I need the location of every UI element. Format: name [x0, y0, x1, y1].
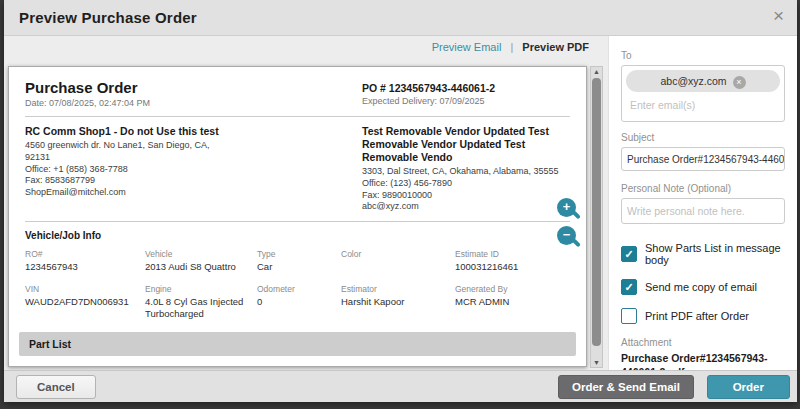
tab-preview-pdf[interactable]: Preview PDF: [522, 41, 589, 53]
checkbox-print-pdf[interactable]: Print PDF after Order: [621, 308, 785, 324]
vehicle-field: VINWAUD2AFD7DN006931: [25, 284, 145, 320]
vendor-name: Test Removable Vendor Updated Test Remov…: [362, 125, 570, 164]
tab-preview-email[interactable]: Preview Email: [432, 41, 502, 53]
col-part-type: Part Type: [145, 360, 255, 367]
personal-note-placeholder: Write personal note here.: [627, 205, 745, 217]
col-qty: Qty: [365, 360, 465, 367]
recipient-chip: abc@xyz.com ×: [626, 70, 780, 92]
vehicle-field: Generated ByMCR ADMIN: [455, 284, 570, 320]
vehicle-field: Estimate ID100031216461: [455, 249, 570, 273]
recipients-input[interactable]: abc@xyz.com × Enter email(s): [621, 65, 785, 122]
chip-remove-icon[interactable]: ×: [733, 76, 746, 89]
preview-scrollbar[interactable]: ▲ ▼: [590, 66, 603, 368]
shop-name: RC Comm Shop1 - Do not Use this test: [25, 125, 350, 138]
checkbox-label: Send me copy of email: [645, 281, 757, 293]
purchase-order-preview: Purchase Order Date: 07/08/2025, 02:47:0…: [8, 66, 587, 367]
attachment-label: Attachment: [621, 337, 785, 348]
checkbox-label: Show Parts List in message body: [645, 242, 785, 266]
vehicle-field: RO#1234567943: [25, 249, 145, 273]
vendor-address-line: 3303, Dal Street, CA, Okahama, Alabama, …: [362, 166, 570, 178]
part-list-header-row: Part Description Part Type Part # Qty Es…: [25, 360, 570, 367]
vendor-email: abc@xyz.com: [362, 201, 570, 213]
checkbox-label: Print PDF after Order: [645, 310, 749, 322]
dialog-footer: Cancel Order & Send Email Order: [4, 370, 797, 402]
shop-address-line: 92131: [25, 152, 350, 164]
col-part-description: Part Description: [25, 360, 145, 367]
subject-label: Subject: [621, 132, 785, 143]
divider: [25, 116, 570, 117]
shop-address-line: 4560 greenwich dr. No Lane1, San Diego, …: [25, 140, 350, 152]
po-date: Date: 07/08/2025, 02:47:04 PM: [25, 98, 362, 108]
recipient-email: abc@xyz.com: [660, 75, 726, 87]
shop-phone: Office: +1 (858) 368-7788: [25, 164, 350, 176]
zoom-in-icon[interactable]: +: [557, 198, 576, 217]
subject-input[interactable]: Purchase Order#1234567943-446061-2: [621, 147, 785, 171]
preview-purchase-order-dialog: Preview Purchase Order × Preview Email |…: [4, 0, 797, 402]
zoom-out-icon[interactable]: −: [557, 226, 576, 245]
po-title: Purchase Order: [25, 79, 362, 96]
order-button[interactable]: Order: [707, 375, 790, 399]
vendor-phone: Office: (123) 456-7890: [362, 178, 570, 190]
scroll-up-icon[interactable]: ▲: [591, 68, 602, 75]
subject-value: Purchase Order#1234567943-446061-2: [627, 154, 785, 165]
tab-separator: |: [510, 41, 513, 53]
vehicle-field: Odometer0: [257, 284, 341, 320]
col-estimate-price: Estimate Price: [465, 360, 570, 367]
vendor-address-block: Test Removable Vendor Updated Test Remov…: [362, 125, 570, 213]
vehicle-field: TypeCar: [257, 249, 341, 273]
order-and-send-email-button[interactable]: Order & Send Email: [558, 375, 694, 399]
personal-note-label: Personal Note (Optional): [621, 183, 785, 194]
preview-tabs: Preview Email | Preview PDF: [432, 41, 589, 53]
checkbox-icon[interactable]: [621, 308, 637, 324]
expected-delivery: Expected Delivery: 07/09/2025: [362, 96, 570, 106]
shop-address-block: RC Comm Shop1 - Do not Use this test 456…: [25, 125, 362, 213]
divider: [25, 221, 570, 222]
po-number: PO # 1234567943-446061-2: [362, 82, 570, 94]
shop-email: ShopEmail@mitchel.com: [25, 187, 350, 199]
dialog-content: Preview Email | Preview PDF Purchase Ord…: [4, 36, 797, 370]
scrollbar-thumb[interactable]: [592, 78, 601, 346]
vehicle-field: Vehicle2013 Audi S8 Quattro: [145, 249, 257, 273]
scroll-down-icon[interactable]: ▼: [591, 359, 602, 366]
preview-zoom-controls: + −: [557, 198, 583, 254]
page-backdrop: Preview Purchase Order × Preview Email |…: [0, 0, 800, 409]
col-part-number: Part #: [255, 360, 365, 367]
to-label: To: [621, 50, 785, 61]
vehicle-field: Color: [341, 249, 455, 273]
vehicle-field: EstimatorHarshit Kapoor: [341, 284, 455, 320]
vehicle-info-heading: Vehicle/Job Info: [25, 230, 570, 241]
vehicle-info-grid: RO#1234567943 Vehicle2013 Audi S8 Quattr…: [25, 249, 570, 320]
dialog-header: Preview Purchase Order ×: [4, 0, 797, 36]
checkbox-show-parts-list[interactable]: Show Parts List in message body: [621, 242, 785, 266]
vendor-fax: Fax: 9890010000: [362, 190, 570, 202]
close-icon[interactable]: ×: [773, 6, 784, 26]
dialog-title: Preview Purchase Order: [19, 9, 197, 26]
vehicle-field: Engine4.0L 8 Cyl Gas Injected Turbocharg…: [145, 284, 257, 320]
checkbox-send-me-copy[interactable]: Send me copy of email: [621, 279, 785, 295]
checkbox-icon[interactable]: [621, 279, 637, 295]
personal-note-input[interactable]: Write personal note here.: [621, 198, 785, 224]
email-options-panel: To abc@xyz.com × Enter email(s) Subject …: [608, 36, 797, 370]
email-placeholder[interactable]: Enter email(s): [626, 92, 780, 117]
cancel-button[interactable]: Cancel: [16, 375, 96, 399]
part-list-table: Part Description Part Type Part # Qty Es…: [25, 360, 570, 367]
shop-fax: Fax: 8583687799: [25, 175, 350, 187]
checkbox-icon[interactable]: [621, 246, 637, 262]
part-list-heading: Part List: [19, 332, 576, 356]
